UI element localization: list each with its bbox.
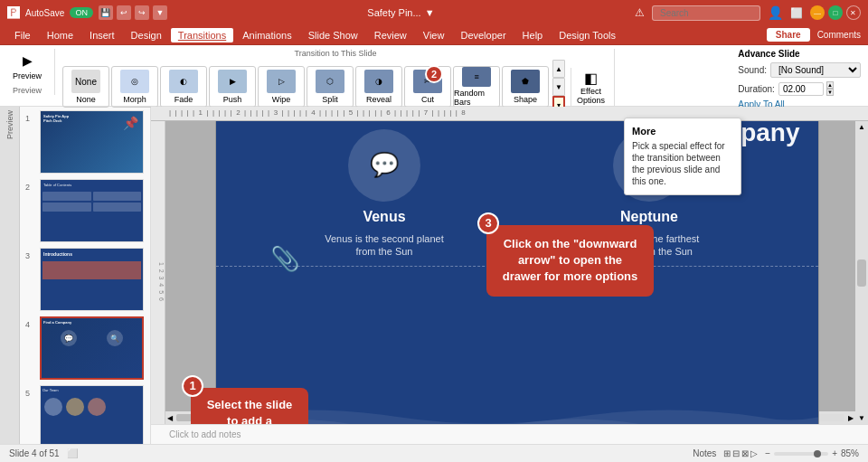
comments-button[interactable]: Comments (817, 30, 861, 40)
slide-1-pin: 📌 (123, 116, 138, 130)
status-bar: Slide 4 of 51 ⬜ Notes ⊞ ⊟ ⊠ ▷ − + 85% (0, 444, 868, 462)
ruler-mark-1: | | | | | 1 | | | | | 2 | | | | | 3 | | … (169, 108, 466, 117)
maximize-button[interactable]: □ (828, 5, 843, 20)
duration-up[interactable]: ▲ (826, 81, 834, 89)
slide-num-2: 2 (25, 183, 30, 192)
save-icon[interactable]: 💾 (99, 5, 113, 20)
title-right: ⚠ 👤 ⬜ — □ ✕ (635, 5, 861, 21)
title-icons: 💾 ↩ ↪ ▼ (99, 5, 167, 20)
notes-bar[interactable]: Click to add notes (151, 424, 868, 444)
zoom-slider[interactable] (774, 452, 828, 456)
close-button[interactable]: ✕ (846, 5, 861, 20)
scrollbar-vertical[interactable]: ▲ ▼ (855, 121, 868, 424)
window-controls: — □ ✕ (810, 5, 861, 20)
menu-home[interactable]: Home (40, 28, 80, 42)
transition-to-slide-label: Transition to This Slide (62, 49, 609, 58)
menu-design-tools[interactable]: Design Tools (552, 28, 623, 42)
slide-4-neptune: 🔍 (107, 330, 123, 346)
slide-3-text: Introductions (41, 249, 143, 259)
alert-icon: ⚠ (635, 6, 645, 19)
minimize-button[interactable]: — (810, 5, 825, 20)
transition-fade[interactable]: ◐ Fade (160, 66, 207, 108)
sound-row: Sound: [No Sound] (738, 62, 861, 78)
transition-random-bars[interactable]: ≡ Random Bars (453, 66, 500, 108)
transition-shape[interactable]: ⬟ Shape (502, 66, 549, 108)
duration-down[interactable]: ▼ (826, 89, 834, 96)
menu-transitions[interactable]: Transitions (171, 28, 233, 42)
title-dropdown-icon[interactable]: ▼ (425, 7, 435, 18)
duration-label: Duration: (738, 84, 775, 94)
undo-icon[interactable]: ↩ (117, 5, 131, 20)
scroll-thumb[interactable] (857, 259, 866, 287)
slide-3-bar (42, 261, 141, 279)
orange-pin-icon: 📎 (270, 245, 299, 273)
menu-insert[interactable]: Insert (82, 28, 122, 42)
none-label: None (76, 95, 96, 104)
transition-wipe[interactable]: ▷ Wipe (258, 66, 305, 108)
slide-4-venus: 💬 (61, 330, 77, 346)
slide-viewport: ▲ ▼ ◀ ▶ (165, 121, 868, 424)
notes-button[interactable]: Notes (693, 448, 716, 458)
redo-icon[interactable]: ↪ (135, 5, 149, 20)
customize-icon[interactable]: ▼ (153, 5, 167, 20)
slide-thumb-5[interactable]: 5 Our Team (40, 385, 146, 444)
duration-spinners: ▲ ▼ (826, 81, 834, 96)
slide-thumb-1[interactable]: 1 Safety Pin AppPitch Deck 📌 (40, 110, 146, 174)
menu-file[interactable]: File (7, 28, 38, 42)
view-slide-sorter-icon[interactable]: ⊟ (732, 448, 740, 458)
scroll-left-btn[interactable]: ◀ (167, 414, 173, 422)
menu-review[interactable]: Review (367, 28, 414, 42)
status-right: Notes ⊞ ⊟ ⊠ ▷ − + 85% (693, 448, 859, 458)
scroll-down-btn[interactable]: ▼ (858, 414, 865, 422)
slide-2-grid (41, 190, 143, 213)
transition-push[interactable]: ▶ Push (209, 66, 256, 108)
scroll-up-button[interactable]: ▲ (552, 60, 565, 78)
slides-panel: 1 Safety Pin AppPitch Deck 📌 2 Table of … (20, 107, 151, 444)
transition-none[interactable]: None None (62, 66, 109, 108)
ribbon-group-preview: ▶ Preview Preview (7, 49, 55, 95)
menu-help[interactable]: Help (515, 28, 551, 42)
window-mode-icon[interactable]: ⬜ (790, 7, 803, 19)
slide-thumb-4[interactable]: 4 Find a Company 💬 🔍 (40, 316, 146, 380)
menu-design[interactable]: Design (124, 28, 169, 42)
callout-2-badge: 2 (425, 65, 443, 83)
slide-area: | | | | | 1 | | | | | 2 | | | | | 3 | | … (151, 107, 868, 444)
slide-num-1: 1 (25, 114, 30, 123)
transition-split[interactable]: ⬡ Split (307, 66, 354, 108)
preview-group-label: Preview (13, 86, 42, 95)
tooltip-title: More (632, 126, 733, 137)
user-icon[interactable]: 👤 (768, 5, 783, 20)
slide-thumb-3[interactable]: 3 Introductions (40, 248, 146, 311)
scroll-down-button[interactable]: ▼ (552, 78, 565, 96)
menu-developer[interactable]: Developer (453, 28, 513, 42)
menu-view[interactable]: View (416, 28, 452, 42)
zoom-plus-button[interactable]: + (832, 448, 837, 458)
zoom-minus-button[interactable]: − (765, 448, 770, 458)
menu-animations[interactable]: Animations (235, 28, 298, 42)
search-input[interactable] (652, 5, 760, 21)
scroll-right-btn[interactable]: ▶ (848, 414, 854, 422)
transition-reveal[interactable]: ◑ Reveal (355, 66, 402, 108)
transition-morph[interactable]: ◎ Morph (111, 66, 158, 108)
slide-2-content: Table of Contents (40, 179, 144, 242)
app-icon: 🅿 (7, 5, 20, 20)
wipe-label: Wipe (272, 95, 291, 104)
menu-slideshow[interactable]: Slide Show (301, 28, 365, 42)
slide-3-content: Introductions (40, 248, 144, 311)
view-reading-icon[interactable]: ⊠ (741, 448, 749, 458)
advance-slide-header: Advance Slide (738, 49, 861, 59)
preview-button[interactable]: ▶ Preview (7, 49, 47, 82)
sound-select[interactable]: [No Sound] (770, 62, 861, 78)
company-name: pany (741, 121, 799, 147)
view-slideshow-icon[interactable]: ▷ (750, 448, 758, 458)
autosave-toggle[interactable]: ON (70, 7, 93, 18)
duration-input[interactable] (778, 82, 824, 96)
share-button[interactable]: Share (767, 28, 810, 42)
view-normal-icon[interactable]: ⊞ (723, 448, 731, 458)
slide-4-venus-circle: 💬 (61, 330, 77, 346)
neptune-name: Neptune (620, 209, 678, 225)
effect-options-button[interactable]: ◧ EffectOptions (571, 68, 609, 107)
preview-label: Preview (13, 71, 42, 80)
slide-thumb-2[interactable]: 2 Table of Contents (40, 179, 146, 242)
scroll-up-btn[interactable]: ▲ (858, 123, 865, 131)
